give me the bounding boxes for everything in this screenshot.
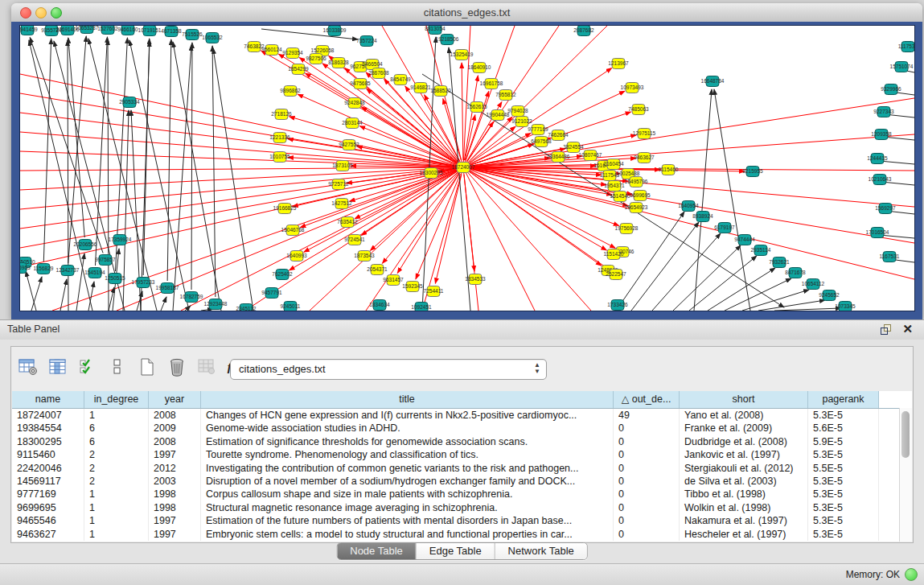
import-table-button[interactable]	[196, 356, 217, 377]
graph-node[interactable]: 2935114	[751, 245, 771, 256]
column-header[interactable]: title	[201, 391, 614, 408]
graph-node[interactable]: 2054371	[367, 265, 388, 275]
graph-node[interactable]: 9631457	[383, 275, 404, 286]
graph-node[interactable]: 1221336	[269, 133, 290, 143]
close-panel-icon[interactable]: ✕	[902, 322, 913, 336]
graph-node[interactable]: 7357224	[356, 36, 377, 47]
graph-node[interactable]: 10653287	[76, 26, 99, 34]
graph-node[interactable]: 1514540	[610, 192, 630, 202]
graph-node[interactable]: 19904448	[487, 110, 510, 121]
graph-node[interactable]: 20364486	[547, 152, 570, 163]
graph-node[interactable]: 9427552	[339, 140, 359, 150]
table-row[interactable]: 946554611997Estimation of the future num…	[12, 514, 912, 527]
graph-node[interactable]: 2867608	[368, 68, 389, 79]
graph-node[interactable]: 12975115	[633, 129, 656, 139]
graph-node[interactable]: 1592345	[402, 282, 423, 292]
graph-node[interactable]: 1065532	[202, 33, 223, 43]
tab-network-table[interactable]: Network Table	[495, 543, 587, 559]
graph-node[interactable]: 8186328	[328, 58, 349, 68]
graph-node[interactable]: 2803144	[342, 118, 363, 129]
graph-node[interactable]: 9245652	[819, 290, 840, 301]
select-rows-button[interactable]	[77, 356, 98, 377]
graph-node[interactable]: 1854299	[288, 64, 309, 75]
table-row[interactable]: 911546021997Tourette syndrome. Phenomeno…	[12, 448, 912, 461]
graph-node[interactable]: 19166825	[273, 204, 297, 214]
graph-node[interactable]: 2087682	[573, 26, 594, 36]
graph-node[interactable]: 9115460	[659, 165, 679, 175]
graph-node[interactable]: 9827506	[306, 54, 326, 64]
graph-node[interactable]: 3915963	[20, 263, 31, 274]
graph-node[interactable]: 6179197	[714, 223, 735, 233]
table-row[interactable]: 1872400712008Changes of HCN gene express…	[12, 409, 912, 422]
graph-node[interactable]: 1640993	[286, 251, 307, 262]
graph-node[interactable]: 7932621	[769, 257, 790, 268]
window-titlebar[interactable]: citations_edges.txt	[11, 3, 922, 23]
graph-node[interactable]: 16648784	[701, 76, 725, 87]
graph-node[interactable]: 19756928	[615, 224, 639, 234]
graph-node[interactable]: 9699695	[630, 191, 651, 201]
graph-node[interactable]: 7635412	[337, 217, 358, 228]
graph-node[interactable]: 1733426	[607, 300, 628, 311]
graph-node[interactable]: 7515526	[182, 30, 203, 40]
delete-table-button[interactable]	[166, 356, 187, 377]
graph-node[interactable]: 10654112	[802, 279, 825, 290]
graph-node[interactable]: 8454749	[390, 75, 411, 85]
graph-node[interactable]: 1250515	[105, 274, 125, 284]
graph-node[interactable]: 9121022	[511, 117, 532, 127]
column-header[interactable]: in_degree	[84, 391, 149, 408]
graph-node[interactable]: 1640954	[678, 201, 699, 212]
graph-node[interactable]: 1873105	[332, 161, 353, 171]
graph-node[interactable]: 9463627	[634, 153, 655, 163]
graph-node[interactable]: 1151420	[604, 249, 624, 260]
table-settings-button[interactable]	[18, 356, 39, 377]
column-header[interactable]: name	[12, 391, 84, 408]
graph-node[interactable]: 2522547	[606, 270, 626, 280]
column-header[interactable]: △ out_de...	[614, 391, 680, 408]
graph-node[interactable]: 15046768	[281, 225, 305, 236]
graph-node[interactable]: 1569297	[875, 204, 896, 214]
graph-node[interactable]: 2718126	[271, 109, 292, 120]
graph-node[interactable]: 2905334	[119, 97, 140, 108]
column-header[interactable]: short	[680, 391, 808, 408]
column-header[interactable]: year	[149, 391, 201, 408]
graph-node[interactable]: 17957233	[132, 278, 155, 288]
tab-edge-table[interactable]: Edge Table	[417, 543, 495, 559]
graph-node[interactable]: 1092451	[411, 303, 432, 311]
table-row[interactable]: 1830029562008Estimation of significance …	[12, 435, 912, 448]
graph-node[interactable]: 1545194	[84, 268, 105, 278]
row-height-button[interactable]	[107, 356, 128, 377]
graph-node[interactable]: 3824554	[563, 142, 584, 153]
graph-node[interactable]: 9129354	[282, 48, 303, 59]
graph-node[interactable]: 7955812	[495, 90, 516, 101]
graph-node[interactable]: 8471678	[785, 268, 806, 278]
graph-node[interactable]: 1117531	[898, 42, 914, 52]
network-canvas[interactable]: 1941459935572420691406106532871527602946…	[19, 25, 915, 311]
graph-node[interactable]: 18640910	[468, 63, 491, 73]
graph-node[interactable]: 1527602	[97, 26, 118, 35]
graph-node[interactable]: 9245011	[281, 302, 301, 311]
graph-node[interactable]: 9794028	[507, 106, 528, 117]
graph-node[interactable]: 17359924	[109, 235, 132, 245]
graph-node[interactable]: 1156829	[34, 264, 54, 274]
graph-node[interactable]: 15751074	[890, 62, 914, 72]
scrollbar-thumb[interactable]	[901, 411, 910, 458]
float-panel-icon[interactable]	[880, 323, 892, 336]
graph-node[interactable]: 9975857	[95, 255, 116, 266]
graph-node[interactable]: 17016504	[866, 228, 889, 238]
show-column-button[interactable]	[47, 356, 68, 377]
tab-node-table[interactable]: Node Table	[337, 543, 417, 559]
graph-node[interactable]: 9227343	[873, 107, 894, 117]
graph-node[interactable]: 7485063	[628, 105, 649, 115]
graph-node[interactable]: 9560124	[261, 45, 282, 56]
table-row[interactable]: 1938455462009Genome-wide association stu…	[12, 422, 912, 435]
graph-node[interactable]: 1954371	[604, 181, 625, 192]
graph-node[interactable]: 19958187	[156, 283, 179, 294]
graph-node[interactable]: 1941459	[20, 26, 38, 35]
column-header[interactable]: pagerank	[808, 391, 879, 408]
table-row[interactable]: 946362711997Embryonic stem cells: a mode…	[12, 528, 912, 541]
new-table-button[interactable]	[137, 356, 158, 377]
graph-node[interactable]: 9457791	[261, 288, 282, 299]
graph-node[interactable]: 19654923	[625, 203, 648, 213]
graph-node[interactable]: 10210643	[869, 175, 892, 185]
graph-node[interactable]: 9474444	[734, 235, 755, 245]
